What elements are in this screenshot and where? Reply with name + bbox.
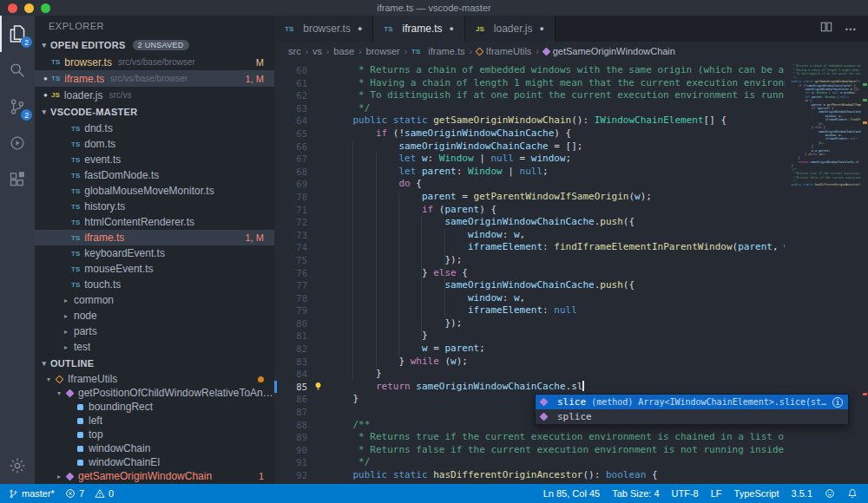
symbol-method-icon — [540, 413, 549, 421]
outline-item-boundingrect[interactable]: boundingRect — [35, 400, 274, 414]
tab-iframe-ts[interactable]: TSiframe.ts● — [373, 16, 465, 42]
open-editors-header[interactable]: ▾ OPEN EDITORS 2 UNSAVED — [35, 36, 274, 54]
symbol-name: windowChainEl — [89, 456, 160, 468]
line-number: 84 — [274, 368, 307, 381]
activity-extensions-icon[interactable] — [0, 161, 35, 198]
tree-item-keyboardevent-ts[interactable]: TSkeyboardEvent.ts — [35, 245, 274, 261]
suggestion-label: slice — [557, 396, 586, 408]
symbol-name: boundingRect — [89, 401, 153, 413]
breadcrumb-iframeutils[interactable]: IframeUtils — [477, 46, 532, 56]
gutter-space — [307, 317, 330, 330]
split-editor-icon[interactable] — [820, 21, 832, 36]
tab-browser-ts[interactable]: TSbrowser.ts● — [274, 16, 373, 42]
file-type-icon: TS — [411, 48, 420, 56]
code-text: window: w, — [330, 292, 525, 305]
code-editor[interactable]: 60 * Returns a chain of embedded windows… — [274, 61, 868, 484]
breadcrumb-base[interactable]: base — [333, 46, 354, 56]
file-path: src/vs — [109, 90, 275, 100]
line-number: 90 — [274, 444, 307, 457]
gutter-space — [307, 216, 330, 229]
symbol-field-icon — [77, 432, 83, 438]
breadcrumb-browser[interactable]: browser — [366, 46, 400, 56]
text-cursor — [582, 381, 584, 391]
outline-item-getsameoriginwindowchain[interactable]: ▸getSameOriginWindowChain1 — [35, 469, 274, 483]
outline-item-left[interactable]: left — [35, 414, 274, 428]
status-bell-icon[interactable] — [847, 488, 858, 499]
gutter-space — [307, 254, 330, 267]
gutter-space — [307, 102, 330, 115]
suggestion-splice[interactable]: splice — [536, 409, 848, 424]
tree-item-iframe-ts[interactable]: TSiframe.ts1, M — [35, 230, 274, 245]
tree-item-dnd-ts[interactable]: TSdnd.ts — [35, 121, 274, 136]
tree-folder-parts[interactable]: ▸parts — [35, 323, 274, 339]
activity-debug-icon[interactable] — [0, 125, 35, 161]
outline-item-iframeutils[interactable]: ▾IframeUtils — [35, 372, 274, 386]
tree-item-dom-ts[interactable]: TSdom.ts — [35, 136, 274, 152]
close-button[interactable] — [8, 3, 17, 13]
outline-item-windowchainel[interactable]: windowChainEl — [35, 455, 274, 469]
settings-gear-icon[interactable] — [0, 447, 35, 484]
open-editor-browser-ts[interactable]: ●TSbrowser.tssrc/vs/base/browserM — [35, 54, 274, 70]
gutter-space — [307, 229, 330, 242]
dirty-indicator[interactable]: ● — [540, 24, 544, 33]
line-number: 81 — [274, 330, 307, 343]
tab-loader-js[interactable]: JSloader.js● — [465, 16, 556, 42]
code-line-71: 71 if (parent) { — [274, 204, 868, 217]
breadcrumb-vs[interactable]: vs — [312, 46, 322, 56]
code-line-72: 72 sameOriginWindowChainCache.push({ — [274, 216, 868, 229]
tree-folder-node[interactable]: ▸node — [35, 308, 274, 323]
tree-item-history-ts[interactable]: TShistory.ts — [35, 199, 274, 214]
status-error-item[interactable]: 7 — [65, 488, 84, 499]
line-number: 73 — [274, 229, 307, 242]
suggestion-slice[interactable]: slice(method) Array<IWindowChainElement>… — [536, 395, 848, 409]
open-editor-iframe-ts[interactable]: ●TSiframe.tssrc/vs/base/browser1, M — [35, 70, 274, 87]
tree-item-touch-ts[interactable]: TStouch.ts — [35, 277, 274, 292]
code-line-89: 89 * Returns true if the current executi… — [274, 431, 868, 444]
code-text: iframeElement: null — [330, 304, 577, 317]
info-icon[interactable]: i — [832, 397, 843, 408]
activity-source-control-icon[interactable]: 2 — [0, 88, 35, 125]
status-utf-8[interactable]: UTF-8 — [672, 488, 699, 499]
breadcrumb-getsameoriginwindowchain[interactable]: getSameOriginWindowChain — [543, 46, 675, 56]
status-3-5-1[interactable]: 3.5.1 — [792, 488, 812, 499]
dirty-indicator[interactable]: ● — [450, 24, 454, 33]
more-actions-icon[interactable]: ⋯ — [845, 22, 858, 36]
zoom-button[interactable] — [41, 3, 50, 13]
breadcrumb-iframe-ts[interactable]: TSiframe.ts — [411, 46, 464, 56]
folder-name: test — [74, 341, 90, 353]
file-type-icon: TS — [71, 234, 80, 242]
symbol-field-icon — [77, 404, 83, 410]
status-ln-85-col-45[interactable]: Ln 85, Col 45 — [543, 488, 600, 499]
status-lf[interactable]: LF — [711, 488, 722, 499]
status-branch-item[interactable]: master* — [9, 488, 55, 500]
tree-item-htmlcontentrenderer-ts[interactable]: TShtmlContentRenderer.ts — [35, 214, 274, 230]
outline-item-getpositionofchildwindowrelativetoancestorwindow[interactable]: ▾getPositionOfChildWindowRelativeToAnces… — [35, 386, 274, 400]
minimize-button[interactable] — [24, 3, 34, 13]
status-typescript[interactable]: TypeScript — [734, 488, 779, 499]
tree-item-event-ts[interactable]: TSevent.ts — [35, 152, 274, 167]
outline-item-top[interactable]: top — [35, 428, 274, 441]
code-text: } — [330, 368, 382, 381]
outline-item-windowchain[interactable]: windowChain — [35, 441, 274, 455]
open-editor-loader-js[interactable]: ●JSloader.jssrc/vs — [35, 87, 274, 103]
code-line-73: 73 window: w, — [274, 229, 868, 242]
tree-folder-test[interactable]: ▸test — [35, 339, 274, 355]
breadcrumb-separator-icon: › — [469, 47, 471, 56]
dirty-indicator[interactable]: ● — [358, 24, 362, 33]
activity-explorer-icon[interactable]: 2 — [0, 16, 35, 52]
tree-item-mouseevent-ts[interactable]: TSmouseEvent.ts — [35, 261, 274, 277]
breadcrumb-src[interactable]: src — [288, 46, 301, 56]
chevron-right-icon: ▸ — [64, 328, 74, 336]
tree-item-globalmousemovemonitor-ts[interactable]: TSglobalMouseMoveMonitor.ts — [35, 183, 274, 199]
tree-folder-common[interactable]: ▸common — [35, 292, 274, 308]
gutter-space — [307, 419, 330, 432]
workspace-folder-header[interactable]: ▾ VSCODE-MASTER — [35, 103, 274, 121]
status-warning-item[interactable]: 0 — [95, 488, 114, 499]
activity-search-icon[interactable] — [0, 52, 35, 88]
breadcrumb-separator-icon: › — [358, 47, 361, 56]
error-icon — [65, 488, 76, 499]
outline-header[interactable]: ▾ OUTLINE — [35, 355, 274, 372]
tree-item-fastdomnode-ts[interactable]: TSfastDomNode.ts — [35, 167, 274, 183]
status-smiley-icon[interactable] — [825, 488, 835, 499]
status-tab-size-4[interactable]: Tab Size: 4 — [612, 488, 659, 499]
